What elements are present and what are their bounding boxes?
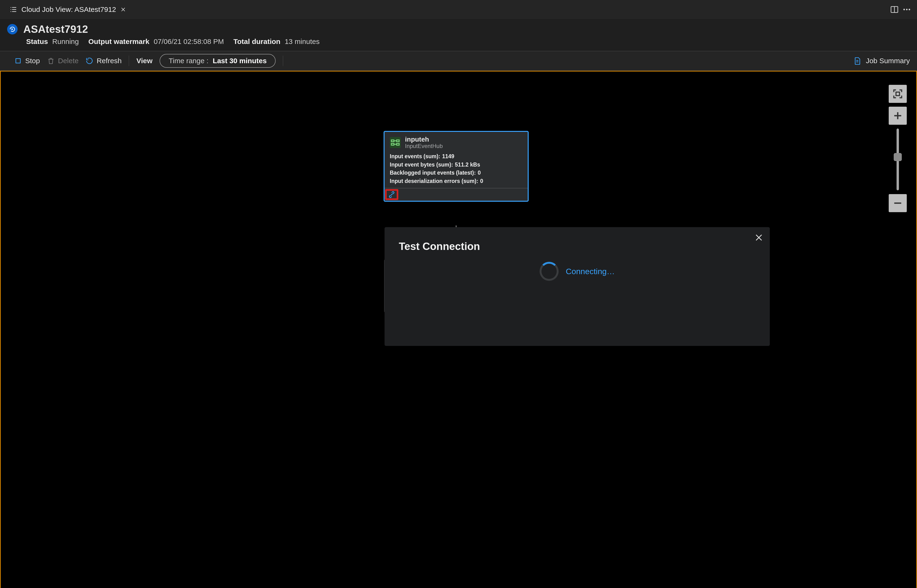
toolbar-separator — [129, 56, 129, 66]
title-bar: Cloud Job View: ASAtest7912 — [0, 0, 917, 19]
job-diagram-canvas[interactable]: inputeh InputEventHub Input events (sum)… — [0, 71, 917, 588]
spinner-icon — [540, 262, 559, 281]
svg-rect-13 — [16, 59, 21, 63]
refresh-button[interactable]: Refresh — [86, 57, 122, 65]
zoom-controls — [889, 85, 907, 212]
svg-rect-23 — [397, 144, 399, 145]
time-range-value: Last 30 minutes — [213, 57, 267, 65]
duration-label: Total duration — [233, 37, 280, 45]
job-name: ASAtest7912 — [23, 23, 88, 35]
delete-button: Delete — [47, 57, 79, 65]
editor-tab[interactable]: Cloud Job View: ASAtest7912 — [6, 5, 130, 13]
svg-rect-21 — [391, 144, 394, 145]
event-hub-icon — [390, 137, 401, 148]
svg-rect-22 — [397, 140, 399, 142]
popup-title: Test Connection — [384, 227, 770, 255]
stop-button[interactable]: Stop — [14, 57, 40, 65]
svg-point-12 — [909, 9, 910, 10]
test-connection-button[interactable] — [385, 189, 399, 200]
zoom-slider-handle[interactable] — [894, 153, 902, 161]
delete-label: Delete — [58, 57, 79, 65]
zoom-fit-button[interactable] — [889, 85, 907, 103]
job-summary-button[interactable]: Job Summary — [853, 57, 910, 65]
close-popup-button[interactable] — [754, 233, 764, 242]
job-summary-label: Job Summary — [866, 57, 910, 65]
duration-value: 13 minutes — [285, 37, 320, 45]
toolbar: Stop Delete Refresh View Time range : La… — [0, 51, 917, 71]
svg-point-4 — [10, 9, 11, 10]
status-value: Running — [52, 37, 79, 45]
time-range-selector[interactable]: Time range : Last 30 minutes — [160, 54, 275, 68]
refresh-label: Refresh — [97, 57, 122, 65]
svg-point-11 — [906, 9, 907, 10]
svg-rect-20 — [391, 140, 394, 142]
svg-point-3 — [10, 7, 11, 8]
view-label: View — [136, 57, 152, 65]
close-tab-icon[interactable] — [120, 6, 126, 12]
list-icon — [10, 6, 17, 13]
watermark-value: 07/06/21 02:58:08 PM — [154, 37, 224, 45]
input-node[interactable]: inputeh InputEventHub Input events (sum)… — [384, 131, 529, 202]
popup-status-text: Connecting… — [566, 267, 615, 276]
status-label: Status — [26, 37, 48, 45]
azure-stream-analytics-icon — [7, 24, 18, 34]
split-editor-icon[interactable] — [890, 5, 899, 14]
watermark-label: Output watermark — [88, 37, 149, 45]
input-node-subtype: InputEventHub — [405, 143, 443, 149]
input-node-metrics: Input events (sum):1149 Input event byte… — [384, 151, 528, 188]
toolbar-separator — [283, 56, 283, 66]
job-meta: Status Running Output watermark 07/06/21… — [7, 37, 910, 45]
view-button[interactable]: View — [136, 57, 152, 65]
svg-line-26 — [391, 194, 393, 195]
svg-point-5 — [10, 11, 11, 12]
more-actions-icon[interactable] — [902, 5, 911, 14]
svg-rect-16 — [896, 92, 900, 96]
zoom-out-button[interactable] — [889, 194, 907, 212]
tab-title: Cloud Job View: ASAtest7912 — [21, 5, 116, 13]
time-range-label: Time range : — [168, 57, 208, 65]
test-connection-popup: Test Connection Connecting… — [384, 227, 770, 346]
input-node-name: inputeh — [405, 136, 443, 143]
stop-label: Stop — [25, 57, 40, 65]
svg-point-10 — [904, 9, 905, 10]
zoom-slider[interactable] — [896, 129, 899, 190]
zoom-in-button[interactable] — [889, 107, 907, 125]
job-header: ASAtest7912 Status Running Output waterm… — [0, 19, 917, 51]
